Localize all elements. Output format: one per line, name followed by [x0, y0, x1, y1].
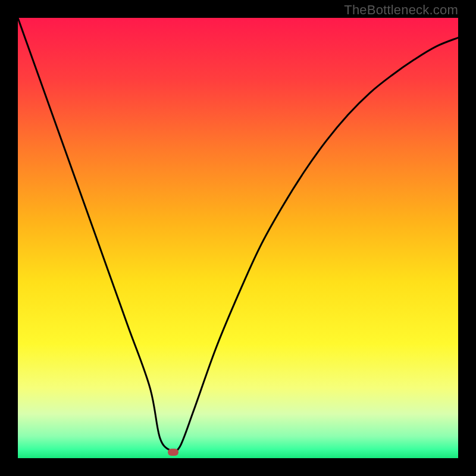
plot-area — [18, 18, 458, 458]
chart-frame: TheBottleneck.com — [0, 0, 476, 476]
curve-path — [18, 18, 458, 453]
optimum-marker — [168, 449, 178, 456]
bottleneck-curve — [18, 18, 458, 458]
watermark-text: TheBottleneck.com — [344, 2, 458, 18]
